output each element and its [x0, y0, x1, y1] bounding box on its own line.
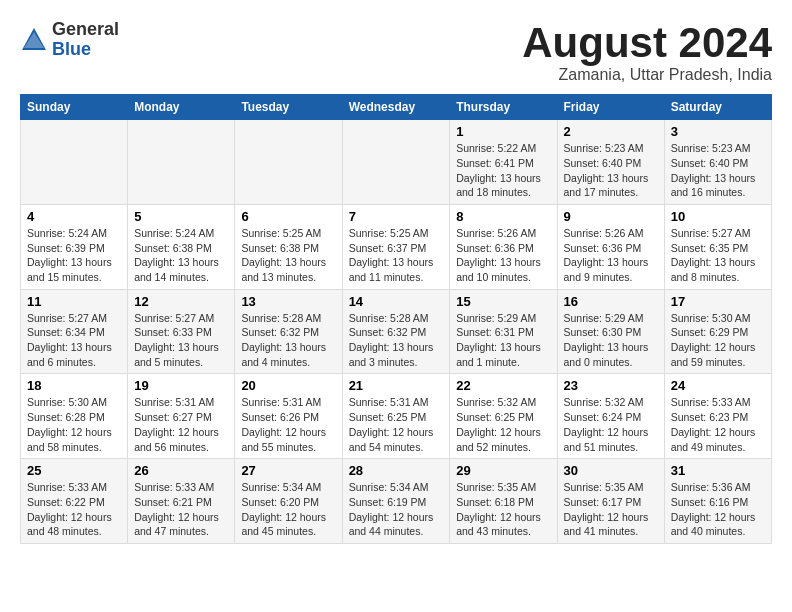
calendar-cell: 6Sunrise: 5:25 AM Sunset: 6:38 PM Daylig…: [235, 204, 342, 289]
calendar-cell: [342, 120, 450, 205]
calendar-cell: [21, 120, 128, 205]
calendar-cell: 16Sunrise: 5:29 AM Sunset: 6:30 PM Dayli…: [557, 289, 664, 374]
day-number: 28: [349, 463, 444, 478]
day-number: 20: [241, 378, 335, 393]
day-info: Sunrise: 5:31 AM Sunset: 6:26 PM Dayligh…: [241, 395, 335, 454]
day-info: Sunrise: 5:22 AM Sunset: 6:41 PM Dayligh…: [456, 141, 550, 200]
day-info: Sunrise: 5:26 AM Sunset: 6:36 PM Dayligh…: [564, 226, 658, 285]
day-info: Sunrise: 5:23 AM Sunset: 6:40 PM Dayligh…: [564, 141, 658, 200]
day-number: 17: [671, 294, 765, 309]
calendar-cell: 12Sunrise: 5:27 AM Sunset: 6:33 PM Dayli…: [128, 289, 235, 374]
calendar-cell: 29Sunrise: 5:35 AM Sunset: 6:18 PM Dayli…: [450, 459, 557, 544]
calendar-cell: 22Sunrise: 5:32 AM Sunset: 6:25 PM Dayli…: [450, 374, 557, 459]
calendar-cell: 11Sunrise: 5:27 AM Sunset: 6:34 PM Dayli…: [21, 289, 128, 374]
calendar-cell: 30Sunrise: 5:35 AM Sunset: 6:17 PM Dayli…: [557, 459, 664, 544]
day-info: Sunrise: 5:36 AM Sunset: 6:16 PM Dayligh…: [671, 480, 765, 539]
location-title: Zamania, Uttar Pradesh, India: [522, 66, 772, 84]
day-info: Sunrise: 5:28 AM Sunset: 6:32 PM Dayligh…: [349, 311, 444, 370]
day-number: 11: [27, 294, 121, 309]
calendar-cell: 2Sunrise: 5:23 AM Sunset: 6:40 PM Daylig…: [557, 120, 664, 205]
logo-icon: [20, 26, 48, 54]
day-number: 5: [134, 209, 228, 224]
month-title: August 2024: [522, 20, 772, 66]
day-number: 27: [241, 463, 335, 478]
day-number: 9: [564, 209, 658, 224]
day-info: Sunrise: 5:24 AM Sunset: 6:39 PM Dayligh…: [27, 226, 121, 285]
day-info: Sunrise: 5:27 AM Sunset: 6:35 PM Dayligh…: [671, 226, 765, 285]
calendar-week-3: 11Sunrise: 5:27 AM Sunset: 6:34 PM Dayli…: [21, 289, 772, 374]
day-info: Sunrise: 5:29 AM Sunset: 6:30 PM Dayligh…: [564, 311, 658, 370]
calendar-week-4: 18Sunrise: 5:30 AM Sunset: 6:28 PM Dayli…: [21, 374, 772, 459]
calendar-week-2: 4Sunrise: 5:24 AM Sunset: 6:39 PM Daylig…: [21, 204, 772, 289]
calendar-cell: 1Sunrise: 5:22 AM Sunset: 6:41 PM Daylig…: [450, 120, 557, 205]
day-number: 29: [456, 463, 550, 478]
logo: General Blue: [20, 20, 119, 60]
calendar-cell: 21Sunrise: 5:31 AM Sunset: 6:25 PM Dayli…: [342, 374, 450, 459]
day-info: Sunrise: 5:25 AM Sunset: 6:37 PM Dayligh…: [349, 226, 444, 285]
day-number: 13: [241, 294, 335, 309]
header-cell-tuesday: Tuesday: [235, 95, 342, 120]
day-info: Sunrise: 5:31 AM Sunset: 6:25 PM Dayligh…: [349, 395, 444, 454]
day-number: 16: [564, 294, 658, 309]
day-info: Sunrise: 5:30 AM Sunset: 6:29 PM Dayligh…: [671, 311, 765, 370]
header: General Blue August 2024 Zamania, Uttar …: [20, 20, 772, 84]
day-info: Sunrise: 5:33 AM Sunset: 6:23 PM Dayligh…: [671, 395, 765, 454]
calendar-cell: 4Sunrise: 5:24 AM Sunset: 6:39 PM Daylig…: [21, 204, 128, 289]
calendar-cell: 31Sunrise: 5:36 AM Sunset: 6:16 PM Dayli…: [664, 459, 771, 544]
calendar-cell: 3Sunrise: 5:23 AM Sunset: 6:40 PM Daylig…: [664, 120, 771, 205]
calendar-cell: 26Sunrise: 5:33 AM Sunset: 6:21 PM Dayli…: [128, 459, 235, 544]
day-info: Sunrise: 5:32 AM Sunset: 6:24 PM Dayligh…: [564, 395, 658, 454]
day-info: Sunrise: 5:34 AM Sunset: 6:20 PM Dayligh…: [241, 480, 335, 539]
calendar-cell: 28Sunrise: 5:34 AM Sunset: 6:19 PM Dayli…: [342, 459, 450, 544]
day-info: Sunrise: 5:27 AM Sunset: 6:34 PM Dayligh…: [27, 311, 121, 370]
day-number: 14: [349, 294, 444, 309]
calendar-cell: 15Sunrise: 5:29 AM Sunset: 6:31 PM Dayli…: [450, 289, 557, 374]
day-info: Sunrise: 5:33 AM Sunset: 6:21 PM Dayligh…: [134, 480, 228, 539]
header-row: SundayMondayTuesdayWednesdayThursdayFrid…: [21, 95, 772, 120]
day-number: 15: [456, 294, 550, 309]
calendar-cell: 24Sunrise: 5:33 AM Sunset: 6:23 PM Dayli…: [664, 374, 771, 459]
day-info: Sunrise: 5:35 AM Sunset: 6:18 PM Dayligh…: [456, 480, 550, 539]
calendar-cell: 8Sunrise: 5:26 AM Sunset: 6:36 PM Daylig…: [450, 204, 557, 289]
day-number: 6: [241, 209, 335, 224]
day-number: 18: [27, 378, 121, 393]
day-number: 12: [134, 294, 228, 309]
calendar-table: SundayMondayTuesdayWednesdayThursdayFrid…: [20, 94, 772, 544]
calendar-week-1: 1Sunrise: 5:22 AM Sunset: 6:41 PM Daylig…: [21, 120, 772, 205]
day-info: Sunrise: 5:28 AM Sunset: 6:32 PM Dayligh…: [241, 311, 335, 370]
day-number: 31: [671, 463, 765, 478]
day-number: 3: [671, 124, 765, 139]
calendar-cell: 13Sunrise: 5:28 AM Sunset: 6:32 PM Dayli…: [235, 289, 342, 374]
svg-marker-1: [24, 32, 44, 48]
header-cell-friday: Friday: [557, 95, 664, 120]
calendar-cell: 27Sunrise: 5:34 AM Sunset: 6:20 PM Dayli…: [235, 459, 342, 544]
calendar-cell: 14Sunrise: 5:28 AM Sunset: 6:32 PM Dayli…: [342, 289, 450, 374]
day-info: Sunrise: 5:24 AM Sunset: 6:38 PM Dayligh…: [134, 226, 228, 285]
day-info: Sunrise: 5:27 AM Sunset: 6:33 PM Dayligh…: [134, 311, 228, 370]
day-info: Sunrise: 5:31 AM Sunset: 6:27 PM Dayligh…: [134, 395, 228, 454]
day-number: 2: [564, 124, 658, 139]
logo-blue-text: Blue: [52, 39, 91, 59]
header-cell-thursday: Thursday: [450, 95, 557, 120]
calendar-header: SundayMondayTuesdayWednesdayThursdayFrid…: [21, 95, 772, 120]
calendar-week-5: 25Sunrise: 5:33 AM Sunset: 6:22 PM Dayli…: [21, 459, 772, 544]
calendar-cell: 25Sunrise: 5:33 AM Sunset: 6:22 PM Dayli…: [21, 459, 128, 544]
day-number: 10: [671, 209, 765, 224]
day-info: Sunrise: 5:25 AM Sunset: 6:38 PM Dayligh…: [241, 226, 335, 285]
day-number: 22: [456, 378, 550, 393]
calendar-cell: 17Sunrise: 5:30 AM Sunset: 6:29 PM Dayli…: [664, 289, 771, 374]
calendar-cell: 18Sunrise: 5:30 AM Sunset: 6:28 PM Dayli…: [21, 374, 128, 459]
calendar-cell: 19Sunrise: 5:31 AM Sunset: 6:27 PM Dayli…: [128, 374, 235, 459]
logo-general-text: General: [52, 19, 119, 39]
day-info: Sunrise: 5:23 AM Sunset: 6:40 PM Dayligh…: [671, 141, 765, 200]
day-number: 19: [134, 378, 228, 393]
logo-text: General Blue: [52, 20, 119, 60]
calendar-cell: 23Sunrise: 5:32 AM Sunset: 6:24 PM Dayli…: [557, 374, 664, 459]
day-number: 23: [564, 378, 658, 393]
day-number: 26: [134, 463, 228, 478]
day-number: 4: [27, 209, 121, 224]
day-info: Sunrise: 5:32 AM Sunset: 6:25 PM Dayligh…: [456, 395, 550, 454]
day-info: Sunrise: 5:34 AM Sunset: 6:19 PM Dayligh…: [349, 480, 444, 539]
day-number: 30: [564, 463, 658, 478]
calendar-cell: 9Sunrise: 5:26 AM Sunset: 6:36 PM Daylig…: [557, 204, 664, 289]
